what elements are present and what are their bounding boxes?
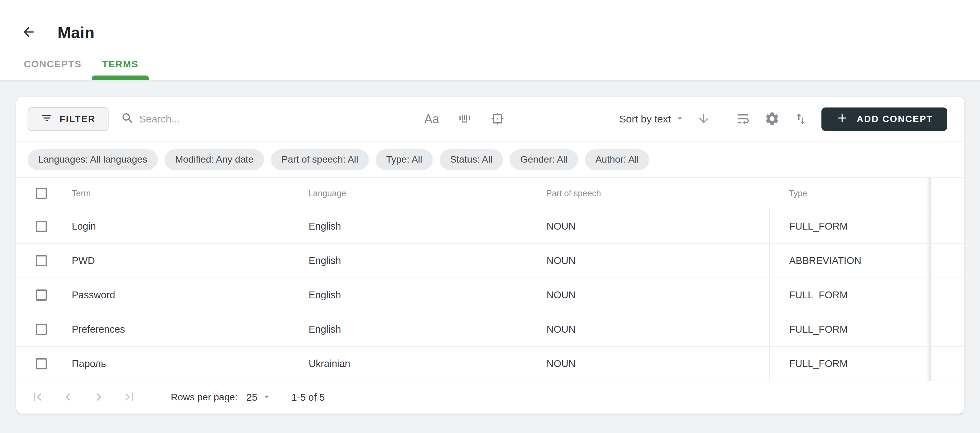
pinned-spacer-cell (931, 244, 964, 278)
table-row[interactable]: Login English NOUN FULL_FORM (16, 209, 964, 244)
swap-vertical-button[interactable] (794, 111, 808, 127)
whole-word-icon (458, 111, 472, 127)
chip-part-of-speech[interactable]: Part of speech: All (271, 149, 369, 170)
row-checkbox[interactable] (36, 289, 47, 301)
column-header-language[interactable]: Language (292, 178, 531, 209)
page-title: Main (57, 23, 95, 42)
gear-icon (764, 111, 780, 128)
cell-type: FULL_FORM (769, 312, 931, 346)
dropdown-caret-icon (261, 391, 272, 403)
select-all-checkbox[interactable] (36, 188, 47, 199)
chip-languages[interactable]: Languages: All languages (27, 149, 158, 170)
tab-terms-label: TERMS (102, 59, 138, 70)
pinned-spacer-cell (931, 312, 964, 346)
chip-modified[interactable]: Modified: Any date (165, 149, 264, 170)
filter-button[interactable]: FILTER (27, 107, 108, 131)
last-page-icon (122, 389, 137, 406)
cell-part-of-speech: NOUN (531, 278, 769, 312)
cell-type: FULL_FORM (769, 278, 931, 312)
first-page-button[interactable] (30, 390, 45, 405)
rows-per-page-select[interactable]: 25 (247, 391, 272, 403)
pinned-spacer-cell (931, 178, 964, 209)
column-header-term[interactable]: Term (52, 178, 292, 209)
filter-button-label: FILTER (60, 114, 95, 124)
cell-term: Password (52, 278, 292, 312)
sort-by-label: Sort by text (619, 113, 671, 125)
cell-type: FULL_FORM (769, 347, 931, 381)
cell-term: Пароль (52, 347, 292, 381)
active-tab-indicator (92, 76, 149, 80)
table-header-row: Term Language Part of speech Type (16, 178, 964, 209)
cell-term: Preferences (52, 312, 292, 346)
search-input[interactable] (139, 113, 374, 125)
cell-part-of-speech: NOUN (531, 312, 769, 346)
cell-part-of-speech: NOUN (531, 244, 769, 278)
rows-per-page-value: 25 (247, 392, 257, 403)
whole-word-button[interactable] (458, 111, 472, 127)
toolbar: FILTER Aa (16, 97, 964, 142)
swap-vert-icon (794, 111, 808, 127)
terms-panel: FILTER Aa (16, 97, 964, 414)
last-page-button[interactable] (122, 390, 137, 405)
cell-part-of-speech: NOUN (531, 209, 769, 243)
chip-author[interactable]: Author: All (585, 149, 649, 170)
tab-terms[interactable]: TERMS (92, 52, 149, 80)
chevron-right-icon (91, 389, 106, 406)
pinned-spacer-cell (931, 209, 964, 243)
toolbar-right-group: Sort by text (619, 108, 953, 131)
pagination-range: 1-5 of 5 (291, 392, 325, 403)
sort-direction-button[interactable] (697, 112, 711, 127)
column-header-type[interactable]: Type (769, 178, 931, 209)
sort-by-select[interactable]: Sort by text (619, 113, 685, 125)
row-checkbox[interactable] (36, 324, 47, 335)
pinned-spacer-cell (931, 278, 964, 312)
cell-language: English (292, 209, 531, 243)
regex-frame-button[interactable] (490, 111, 504, 127)
next-page-button[interactable] (91, 390, 106, 405)
cell-language: English (292, 244, 531, 278)
cell-type: FULL_FORM (769, 209, 931, 243)
screen: Main CONCEPTS TERMS FILTER (0, 0, 980, 433)
tab-bar: CONCEPTS TERMS (14, 52, 149, 80)
row-checkbox[interactable] (36, 358, 47, 370)
column-header-part-of-speech[interactable]: Part of speech (531, 178, 769, 209)
table-row[interactable]: Пароль Ukrainian NOUN FULL_FORM (16, 347, 964, 381)
prev-page-button[interactable] (60, 390, 76, 405)
settings-button[interactable] (764, 111, 780, 128)
add-concept-button[interactable]: ADD CONCEPT (821, 108, 947, 131)
rows-per-page-label: Rows per page: (171, 392, 237, 403)
table-row[interactable]: Preferences English NOUN FULL_FORM (16, 312, 964, 347)
match-case-button[interactable]: Aa (424, 112, 439, 126)
arrow-back-icon (21, 24, 36, 40)
cell-type: ABBREVIATION (769, 244, 931, 278)
filter-list-icon (40, 112, 53, 127)
cell-term: Login (52, 209, 292, 243)
wrap-text-button[interactable] (735, 111, 751, 128)
chip-gender[interactable]: Gender: All (510, 149, 578, 170)
cell-term: PWD (52, 244, 292, 278)
chip-type[interactable]: Type: All (375, 149, 433, 170)
cell-language: English (292, 312, 531, 346)
page-content: FILTER Aa (0, 80, 980, 433)
back-button[interactable] (21, 24, 37, 41)
tab-concepts-label: CONCEPTS (24, 59, 82, 70)
search-icon (121, 111, 134, 127)
pinned-spacer-cell (931, 347, 964, 381)
row-checkbox[interactable] (36, 255, 47, 266)
terms-table: Term Language Part of speech Type Login … (16, 178, 964, 381)
pagination-bar: Rows per page: 25 1-5 of 5 (16, 381, 964, 414)
table-row[interactable]: Password English NOUN FULL_FORM (16, 278, 964, 312)
page-header: Main CONCEPTS TERMS (0, 0, 980, 80)
arrow-downward-icon (697, 112, 711, 127)
row-checkbox[interactable] (36, 221, 47, 232)
tab-concepts[interactable]: CONCEPTS (14, 52, 92, 80)
filter-chips-row: Languages: All languages Modified: Any d… (16, 142, 964, 178)
add-concept-label: ADD CONCEPT (857, 114, 933, 124)
title-row: Main (21, 23, 980, 42)
table-row[interactable]: PWD English NOUN ABBREVIATION (16, 244, 964, 278)
first-page-icon (30, 389, 45, 406)
cell-part-of-speech: NOUN (531, 347, 769, 381)
chevron-left-icon (60, 389, 76, 406)
cell-language: Ukrainian (292, 347, 531, 381)
chip-status[interactable]: Status: All (440, 149, 503, 170)
